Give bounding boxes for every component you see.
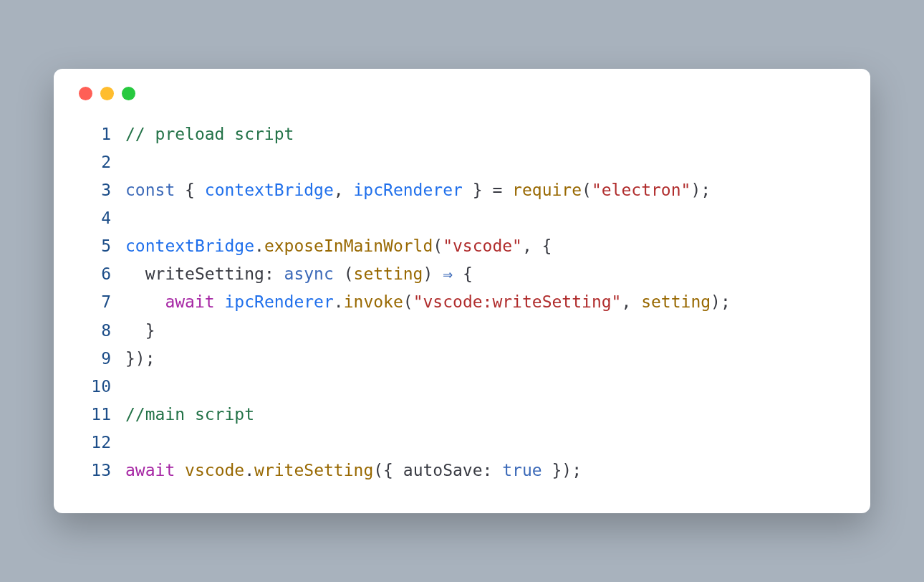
code-token: }); <box>542 461 582 480</box>
code-token: "vscode" <box>443 237 522 255</box>
code-token: writeSetting <box>254 461 373 480</box>
line-number: 6 <box>75 260 111 288</box>
line-number: 11 <box>75 401 111 429</box>
line-number: 3 <box>75 176 111 204</box>
code-token: contextBridge <box>205 181 334 199</box>
code-token <box>125 264 145 283</box>
code-line <box>125 429 849 457</box>
code-token: ( <box>334 264 354 283</box>
code-line: // preload script <box>125 120 849 148</box>
line-number: 2 <box>75 148 111 176</box>
code-line: await ipcRenderer.invoke("vscode:writeSe… <box>125 288 849 316</box>
code-line: //main script <box>125 401 849 429</box>
code-token: require <box>512 181 582 199</box>
code-token <box>215 292 225 311</box>
code-token: , <box>334 181 354 199</box>
code-token: ( <box>582 181 592 199</box>
code-token: ) <box>423 264 443 283</box>
line-number: 8 <box>75 317 111 345</box>
code-token: ipcRenderer <box>225 292 334 311</box>
code-line: }); <box>125 345 849 373</box>
code-token: ({ <box>373 461 403 480</box>
code-token: ); <box>690 181 711 199</box>
code-token: } = <box>463 181 512 199</box>
code-line: const { contextBridge, ipcRenderer } = r… <box>125 176 849 204</box>
code-token: . <box>244 461 254 480</box>
code-token <box>125 292 165 311</box>
code-token: ( <box>433 237 443 255</box>
code-token: . <box>334 292 344 311</box>
traffic-lights <box>79 87 849 100</box>
code-window: 12345678910111213 // preload script cons… <box>54 69 870 513</box>
line-number: 7 <box>75 288 111 316</box>
code-token: async <box>284 264 334 283</box>
code-token: const <box>125 181 175 199</box>
line-number-gutter: 12345678910111213 <box>75 120 125 485</box>
maximize-icon[interactable] <box>122 87 135 100</box>
code-token: { <box>453 264 473 283</box>
line-number: 13 <box>75 457 111 485</box>
code-token: } <box>125 321 155 340</box>
code-line: writeSetting: async (setting) ⇒ { <box>125 260 849 288</box>
line-number: 12 <box>75 429 111 457</box>
code-token: true <box>502 461 542 480</box>
code-token: contextBridge <box>125 237 254 255</box>
code-token: exposeInMainWorld <box>264 237 433 255</box>
code-token: "vscode:writeSetting" <box>413 292 622 311</box>
code-token: : <box>483 461 503 480</box>
code-line <box>125 148 849 176</box>
code-token: setting <box>354 264 423 283</box>
code-token: , { <box>522 237 552 255</box>
code-token: writeSetting <box>145 264 264 283</box>
code-token: ( <box>403 292 413 311</box>
code-token: await <box>125 461 175 480</box>
code-block: 12345678910111213 // preload script cons… <box>75 120 849 485</box>
code-line <box>125 204 849 232</box>
minimize-icon[interactable] <box>100 87 114 100</box>
code-token: vscode <box>185 461 244 480</box>
code-line: await vscode.writeSetting({ autoSave: tr… <box>125 457 849 485</box>
code-token: autoSave <box>403 461 483 480</box>
code-token: "electron" <box>592 181 690 199</box>
code-token: ipcRenderer <box>354 181 463 199</box>
code-token: // preload script <box>125 125 294 143</box>
close-icon[interactable] <box>79 87 92 100</box>
code-token: setting <box>641 292 711 311</box>
line-number: 9 <box>75 345 111 373</box>
code-token: ); <box>711 292 731 311</box>
line-number: 4 <box>75 204 111 232</box>
code-token: invoke <box>344 292 403 311</box>
code-token: : <box>264 264 284 283</box>
code-token: ⇒ <box>443 264 453 283</box>
code-token: //main script <box>125 405 254 424</box>
line-number: 1 <box>75 120 111 148</box>
code-line <box>125 373 849 401</box>
code-line: contextBridge.exposeInMainWorld("vscode"… <box>125 232 849 260</box>
line-number: 10 <box>75 373 111 401</box>
code-token <box>175 461 185 480</box>
line-number: 5 <box>75 232 111 260</box>
code-line: } <box>125 317 849 345</box>
code-token: . <box>254 237 264 255</box>
code-token: , <box>621 292 641 311</box>
code-token: }); <box>125 349 155 368</box>
code-token: await <box>165 292 214 311</box>
code-token: { <box>175 181 205 199</box>
code-content: // preload script const { contextBridge,… <box>125 120 849 485</box>
